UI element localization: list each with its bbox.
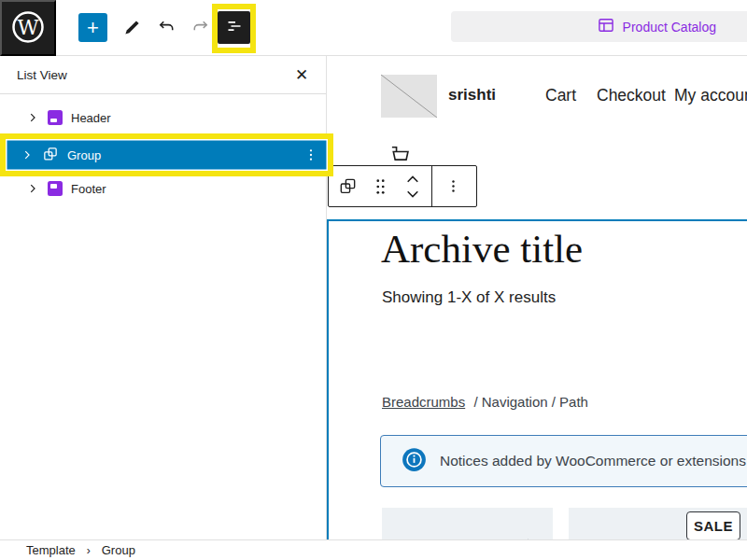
move-down-icon [408,191,418,196]
list-view-item-footer[interactable]: Footer [7,172,319,205]
notice-text: Notices added by WooCommerce or extensio… [440,453,746,469]
undo-button[interactable] [151,14,181,44]
chevron-right-icon[interactable] [26,111,39,124]
editor-canvas: srishti Cart Checkout My account [327,56,747,539]
results-count-block[interactable]: Showing 1-X of X results [382,288,556,307]
options-ellipsis-icon[interactable] [303,147,318,162]
template-switcher-button[interactable]: Product Catalog [451,11,747,42]
chevron-right-icon[interactable] [21,148,34,161]
close-icon: ✕ [295,65,308,85]
breadcrumbs-block[interactable]: Breadcrumbs / Navigation / Path [382,394,588,410]
woocommerce-notice-block[interactable]: Notices added by WooCommerce or extensio… [380,435,747,487]
edit-mode-button[interactable] [117,14,147,44]
chevron-right-icon: › [87,544,91,557]
breadcrumb-group[interactable]: Group [102,543,135,557]
drag-handle-icon[interactable] [366,166,394,206]
site-editor: W + [0,0,747,560]
breadcrumb-link[interactable]: Breadcrumbs [382,394,465,410]
template-icon [597,16,615,37]
archive-title-block[interactable]: Archive title [381,226,583,272]
editor-top-bar: W + [0,0,747,56]
block-mover-buttons[interactable] [394,166,431,206]
list-view-item-group[interactable]: Group [6,139,328,171]
sale-badge: SALE [686,511,740,539]
wordpress-icon: W [9,8,47,49]
breadcrumb-template[interactable]: Template [26,543,76,557]
list-view-title: List View [17,68,67,82]
block-breadcrumb-bar: Template › Group [0,539,747,560]
redo-button[interactable] [185,14,215,44]
block-options-button[interactable] [431,166,474,206]
list-view-item-label: Header [71,111,111,125]
list-view-icon [223,15,246,40]
redo-arrow-icon [190,17,211,41]
highlight-box-list-view [212,4,256,53]
list-view-toggle-button[interactable] [218,11,250,44]
product-image-sketch [413,531,534,539]
info-icon [402,447,427,476]
list-view-header: List View ✕ [0,56,326,94]
svg-text:W: W [17,14,39,38]
product-card[interactable]: SALE [569,508,747,539]
highlight-box-group-row: Group [0,133,333,176]
block-type-group-button[interactable] [329,166,366,206]
nav-link-checkout[interactable]: Checkout [597,86,666,105]
template-switcher-label: Product Catalog [623,20,716,35]
pencil-icon [121,18,142,41]
site-logo-placeholder[interactable] [381,75,437,118]
list-view-item-header[interactable]: Header [7,101,319,134]
chevron-right-icon[interactable] [26,182,39,195]
wordpress-logo-button[interactable]: W [0,0,56,56]
list-view-panel: List View ✕ Header [0,56,327,539]
footer-block-icon [48,181,63,196]
nav-link-my-account[interactable]: My account [674,86,747,105]
header-block-icon [48,110,63,125]
move-up-icon [408,176,418,181]
close-list-view-button[interactable]: ✕ [287,60,317,90]
breadcrumb-path: / Navigation / Path [473,394,588,410]
site-title[interactable]: srishti [448,86,496,105]
list-view-item-label: Footer [71,182,106,196]
selected-group-block[interactable]: Archive title Showing 1-X of X results B… [327,219,747,539]
block-toolbar [328,165,477,207]
block-inserter-button[interactable]: + [78,13,107,42]
plus-icon: + [87,18,99,38]
list-view-item-label: Group [67,148,101,162]
product-card[interactable] [382,508,553,539]
nav-link-cart[interactable]: Cart [545,86,576,105]
group-block-icon [42,146,59,165]
undo-arrow-icon [156,17,177,41]
